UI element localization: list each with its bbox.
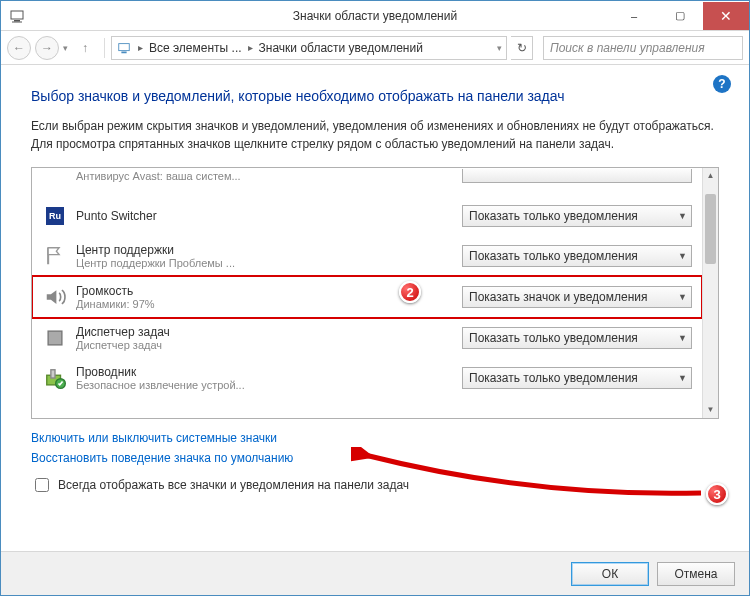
list-row: Антивирус Avast: ваша систем... <box>32 167 702 196</box>
chevron-down-icon: ▼ <box>678 292 687 302</box>
dropdown-value: Показать только уведомления <box>469 331 638 345</box>
dropdown-value: Показать значок и уведомления <box>469 290 648 304</box>
behavior-dropdown[interactable]: Показать только уведомления▼ <box>462 205 692 227</box>
separator <box>104 38 105 58</box>
annotation-badge-3: 3 <box>706 483 728 505</box>
scroll-down-button[interactable]: ▼ <box>703 402 718 418</box>
behavior-dropdown[interactable]: Показать только уведомления▼ <box>462 327 692 349</box>
navbar: ← → ▾ ↑ ▸ Все элементы ... ▸ Значки обла… <box>1 31 749 65</box>
dropdown-value: Показать только уведомления <box>469 249 638 263</box>
breadcrumb[interactable]: ▸ Все элементы ... ▸ Значки области увед… <box>111 36 507 60</box>
history-dropdown-icon[interactable]: ▾ <box>63 43 68 53</box>
app-subtitle: Диспетчер задач <box>76 339 276 351</box>
dropdown-value: Показать только уведомления <box>469 209 638 223</box>
always-show-label: Всегда отображать все значки и уведомлен… <box>58 478 409 492</box>
titlebar: Значки области уведомлений – ▢ ✕ <box>1 1 749 31</box>
help-icon[interactable]: ? <box>713 75 731 93</box>
svg-rect-3 <box>119 43 130 50</box>
svg-rect-5 <box>48 331 62 345</box>
up-button[interactable]: ↑ <box>72 35 98 61</box>
restore-defaults-link[interactable]: Восстановить поведение значка по умолчан… <box>31 451 719 465</box>
chevron-down-icon: ▼ <box>678 373 687 383</box>
behavior-dropdown[interactable]: Показать только уведомления▼ <box>462 367 692 389</box>
annotation-badge-2: 2 <box>399 281 421 303</box>
app-subtitle: Безопасное извлечение устрой... <box>76 379 276 391</box>
list-row: Диспетчер задачДиспетчер задачПоказать т… <box>32 318 702 358</box>
always-show-checkbox[interactable] <box>35 478 49 492</box>
window-controls: – ▢ ✕ <box>611 2 749 30</box>
list-row: RuPunto SwitcherПоказать только уведомле… <box>32 196 702 236</box>
monitor-icon <box>116 40 132 56</box>
list-row: ГромкостьДинамики: 97%Показать значок и … <box>32 276 702 318</box>
svg-rect-4 <box>121 51 126 53</box>
behavior-dropdown[interactable]: Показать значок и уведомления▼ <box>462 286 692 308</box>
app-icon <box>44 245 66 267</box>
toggle-system-icons-link[interactable]: Включить или выключить системные значки <box>31 431 719 445</box>
page-heading: Выбор значков и уведомлений, которые нео… <box>31 87 719 107</box>
behavior-dropdown[interactable]: Показать только уведомления▼ <box>462 245 692 267</box>
chevron-down-icon: ▼ <box>678 211 687 221</box>
app-name: Громкость <box>76 284 276 298</box>
chevron-down-icon: ▼ <box>678 251 687 261</box>
scroll-thumb[interactable] <box>705 194 716 264</box>
row-labels: Антивирус Avast: ваша систем... <box>76 170 276 182</box>
maximize-button[interactable]: ▢ <box>657 2 703 30</box>
app-icon <box>44 167 66 187</box>
svg-rect-1 <box>14 20 20 22</box>
notification-icons-list: Антивирус Avast: ваша систем...RuPunto S… <box>31 167 719 419</box>
app-icon <box>44 367 66 389</box>
chevron-right-icon: ▸ <box>136 42 145 53</box>
page-description: Если выбран режим скрытия значков и увед… <box>31 117 719 153</box>
breadcrumb-current[interactable]: Значки области уведомлений <box>259 41 423 55</box>
list-row: Центр поддержкиЦентр поддержки Проблемы … <box>32 236 702 276</box>
refresh-button[interactable]: ↻ <box>511 36 533 60</box>
svg-rect-2 <box>12 21 22 22</box>
app-name: Проводник <box>76 365 276 379</box>
scroll-track[interactable] <box>703 184 718 402</box>
app-icon: Ru <box>44 205 66 227</box>
ok-button[interactable]: ОК <box>571 562 649 586</box>
dialog-footer: ОК Отмена <box>1 551 749 595</box>
app-name: Диспетчер задач <box>76 325 276 339</box>
row-labels: Диспетчер задачДиспетчер задач <box>76 325 276 351</box>
app-icon <box>44 286 66 308</box>
app-subtitle: Динамики: 97% <box>76 298 276 310</box>
breadcrumb-root[interactable]: Все элементы ... <box>149 41 242 55</box>
content-area: ? Выбор значков и уведомлений, которые н… <box>1 65 749 505</box>
app-name: Punto Switcher <box>76 209 276 223</box>
scroll-up-button[interactable]: ▲ <box>703 168 718 184</box>
app-subtitle: Центр поддержки Проблемы ... <box>76 257 276 269</box>
svg-rect-0 <box>11 11 23 19</box>
app-icon <box>44 327 66 349</box>
app-name: Центр поддержки <box>76 243 276 257</box>
close-button[interactable]: ✕ <box>703 2 749 30</box>
row-labels: ПроводникБезопасное извлечение устрой... <box>76 365 276 391</box>
scrollbar[interactable]: ▲ ▼ <box>702 168 718 418</box>
row-labels: Punto Switcher <box>76 209 276 223</box>
list-row: ПроводникБезопасное извлечение устрой...… <box>32 358 702 398</box>
row-labels: ГромкостьДинамики: 97% <box>76 284 276 310</box>
app-subtitle: Антивирус Avast: ваша систем... <box>76 170 276 182</box>
svg-rect-7 <box>51 369 55 377</box>
chevron-down-icon: ▼ <box>678 333 687 343</box>
behavior-dropdown[interactable] <box>462 169 692 183</box>
dropdown-value: Показать только уведомления <box>469 371 638 385</box>
chevron-right-icon: ▸ <box>246 42 255 53</box>
back-button[interactable]: ← <box>7 36 31 60</box>
system-icon <box>7 6 27 26</box>
cancel-button[interactable]: Отмена <box>657 562 735 586</box>
always-show-checkbox-row: Всегда отображать все значки и уведомлен… <box>31 475 719 495</box>
minimize-button[interactable]: – <box>611 2 657 30</box>
breadcrumb-dropdown-icon[interactable]: ▾ <box>497 43 502 53</box>
forward-button[interactable]: → <box>35 36 59 60</box>
row-labels: Центр поддержкиЦентр поддержки Проблемы … <box>76 243 276 269</box>
search-input[interactable]: Поиск в панели управления <box>543 36 743 60</box>
